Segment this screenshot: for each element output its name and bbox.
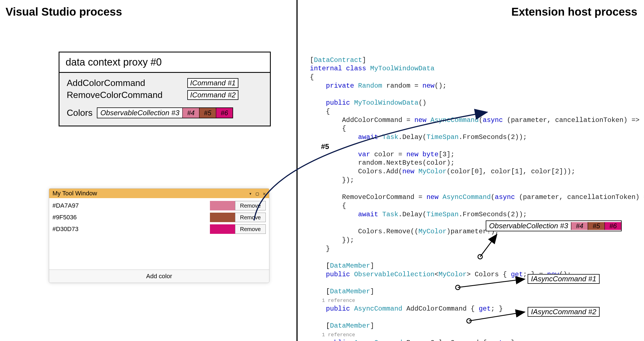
data-context-proxy-box: data context proxy #0 AddColorCommand IC… bbox=[59, 52, 271, 126]
proxy-colors-label: Colors bbox=[67, 108, 92, 118]
proxy-add-label: AddColorCommand bbox=[67, 78, 184, 88]
annot-iasync-2: IAsyncCommand #2 bbox=[528, 307, 600, 317]
annot-swatch-6: #6 bbox=[604, 222, 621, 230]
remove-button[interactable]: Remove bbox=[235, 224, 266, 234]
tool-window-titlebar[interactable]: My Tool Window ▾ ▢ ✕ bbox=[49, 189, 269, 198]
tool-window: My Tool Window ▾ ▢ ✕ #DA7A97 Remove #9F5… bbox=[49, 188, 269, 283]
remove-button[interactable]: Remove bbox=[235, 213, 266, 222]
list-item: #9F5036 Remove bbox=[52, 212, 266, 223]
color-swatch bbox=[210, 213, 235, 222]
proxy-title: data context proxy #0 bbox=[59, 52, 270, 73]
annot-iasync-1: IAsyncCommand #1 bbox=[528, 274, 600, 284]
proxy-add-tag: ICommand #1 bbox=[187, 78, 238, 88]
maximize-icon[interactable]: ▢ bbox=[256, 191, 259, 196]
color-swatch bbox=[210, 201, 235, 210]
proxy-body: AddColorCommand ICommand #1 RemoveColorC… bbox=[59, 73, 270, 126]
proxy-swatch-5: #5 bbox=[199, 108, 216, 118]
close-icon[interactable]: ✕ bbox=[263, 191, 266, 196]
proxy-swatch-4: #4 bbox=[182, 108, 199, 118]
tool-window-title: My Tool Window bbox=[52, 190, 245, 197]
list-item: #DA7A97 Remove bbox=[52, 200, 266, 212]
dropdown-icon[interactable]: ▾ bbox=[249, 191, 252, 196]
annot-observable-box: ObservableCollection #3 #4 #5 #6 bbox=[486, 220, 622, 231]
add-color-button[interactable]: Add color bbox=[49, 270, 269, 283]
annot-swatch-5: #5 bbox=[588, 222, 604, 230]
color-swatch bbox=[210, 224, 235, 234]
heading-right: Extension host process bbox=[511, 6, 637, 18]
code-listing: [DataContract] internal class MyToolWind… bbox=[310, 47, 631, 341]
heading-left: Visual Studio process bbox=[6, 6, 122, 18]
color-hex: #DA7A97 bbox=[52, 202, 210, 209]
proxy-observable-label: ObservableCollection #3 bbox=[97, 108, 182, 118]
process-divider bbox=[296, 0, 298, 341]
proxy-remove-label: RemoveColorCommand bbox=[67, 90, 184, 100]
color-hex: #9F5036 bbox=[52, 214, 210, 221]
tool-window-rows: #DA7A97 Remove #9F5036 Remove #D30D73 Re… bbox=[49, 198, 269, 270]
proxy-observable-box: ObservableCollection #3 #4 #5 #6 bbox=[97, 107, 233, 118]
proxy-remove-tag: ICommand #2 bbox=[187, 90, 238, 100]
annot-observable-label: ObservableCollection #3 bbox=[486, 221, 571, 231]
remove-button[interactable]: Remove bbox=[235, 201, 266, 210]
list-item: #D30D73 Remove bbox=[52, 223, 266, 235]
proxy-swatch-6: #6 bbox=[216, 108, 233, 118]
arrow-label-5: #5 bbox=[321, 142, 329, 151]
color-hex: #D30D73 bbox=[52, 225, 210, 233]
annot-swatch-4: #4 bbox=[571, 222, 588, 230]
